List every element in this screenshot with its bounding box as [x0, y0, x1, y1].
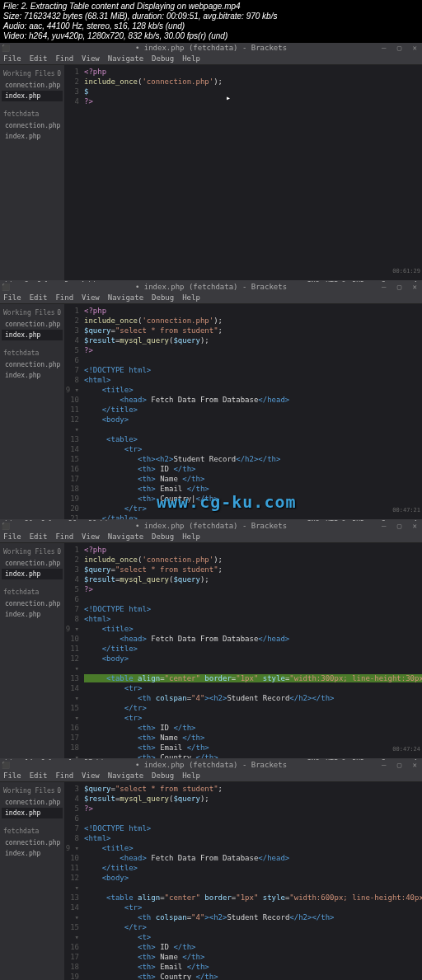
menu-find[interactable]: Find: [55, 293, 73, 302]
code-area[interactable]: <?php include_once('connection.php'); $q…: [84, 543, 422, 758]
code-editor[interactable]: 1234 <?php include_once('connection.php'…: [64, 65, 422, 280]
code-area[interactable]: $query="select * from student"; $result=…: [84, 782, 422, 980]
editor-pane-3: ⬛• index.php (fetchdata) - Brackets— ▢ ✕…: [0, 521, 422, 760]
menu-debug[interactable]: Debug: [152, 532, 174, 541]
menu-file[interactable]: File: [3, 532, 21, 541]
project-file-index[interactable]: index.php: [2, 370, 63, 381]
window-controls[interactable]: — ▢ ✕: [382, 522, 420, 530]
sidebar-file-index[interactable]: index.php: [2, 569, 63, 579]
project-file-connection[interactable]: connection.php: [2, 598, 63, 609]
window-titlebar: ⬛• index.php (fetchdata) - Brackets— ▢ ✕: [0, 521, 422, 531]
meta-line: Audio: aac, 44100 Hz, stereo, s16, 128 k…: [3, 21, 419, 31]
code-editor[interactable]: 3456789 ▾101112 ▾1314 ▾15 ▾1617181920212…: [64, 782, 422, 980]
menu-help[interactable]: Help: [182, 293, 200, 302]
working-files-heading[interactable]: Working Files0: [2, 785, 63, 797]
menu-navigate[interactable]: Navigate: [108, 771, 143, 780]
sidebar: Working Files0 connection.php index.php …: [0, 65, 64, 280]
app-logo-icon: ⬛: [2, 45, 10, 52]
mouse-cursor-icon: ▸: [226, 93, 231, 102]
sidebar: Working Files0 connection.php index.php …: [0, 782, 64, 980]
menu-help[interactable]: Help: [182, 54, 200, 63]
menu-navigate[interactable]: Navigate: [108, 532, 143, 541]
menu-file[interactable]: File: [3, 54, 21, 63]
menu-debug[interactable]: Debug: [152, 293, 174, 302]
app-logo-icon: ⬛: [2, 523, 10, 530]
working-files-heading[interactable]: Working Files0: [2, 546, 63, 558]
menu-edit[interactable]: Edit: [30, 771, 48, 780]
sidebar-file-connection[interactable]: connection.php: [2, 558, 63, 569]
sidebar-file-index[interactable]: index.php: [2, 91, 63, 101]
meta-line: File: 2. Extracting Table content and Di…: [3, 2, 419, 12]
window-controls[interactable]: — ▢ ✕: [382, 761, 420, 769]
working-files-heading[interactable]: Working Files0: [2, 307, 63, 319]
menu-file[interactable]: File: [3, 771, 21, 780]
sidebar-file-connection[interactable]: connection.php: [2, 797, 63, 808]
menu-view[interactable]: View: [82, 771, 100, 780]
menu-edit[interactable]: Edit: [30, 54, 48, 63]
meta-line: Size: 71623432 bytes (68.31 MiB), durati…: [3, 12, 419, 21]
sidebar-file-index[interactable]: index.php: [2, 808, 63, 818]
timestamp: 00:47:21: [392, 507, 420, 513]
project-file-index[interactable]: index.php: [2, 609, 63, 620]
sidebar-file-connection[interactable]: connection.php: [2, 319, 63, 330]
window-titlebar: ⬛• index.php (fetchdata) - Brackets— ▢ ✕: [0, 760, 422, 770]
project-file-connection[interactable]: connection.php: [2, 837, 63, 848]
window-titlebar: ⬛• index.php (fetchdata) - Brackets— ▢ ✕: [0, 282, 422, 292]
menu-view[interactable]: View: [82, 293, 100, 302]
code-area[interactable]: <?php include_once('connection.php'); $ …: [84, 65, 422, 108]
sidebar-file-connection[interactable]: connection.php: [2, 80, 63, 91]
menu-debug[interactable]: Debug: [152, 771, 174, 780]
menu-find[interactable]: Find: [55, 771, 73, 780]
menu-bar: File Edit Find View Navigate Debug Help: [0, 770, 422, 782]
menu-view[interactable]: View: [82, 54, 100, 63]
project-file-connection[interactable]: connection.php: [2, 120, 63, 131]
window-title: • index.php (fetchdata) - Brackets: [135, 283, 287, 291]
editor-pane-4: ⬛• index.php (fetchdata) - Brackets— ▢ ✕…: [0, 760, 422, 980]
file-metadata: File: 2. Extracting Table content and Di…: [0, 0, 422, 43]
sidebar-file-index[interactable]: index.php: [2, 330, 63, 340]
menu-find[interactable]: Find: [55, 54, 73, 63]
editor-pane-1: ⬛ • index.php (fetchdata) - Brackets — ▢…: [0, 43, 422, 282]
editor-pane-2: ⬛• index.php (fetchdata) - Brackets— ▢ ✕…: [0, 282, 422, 521]
project-heading[interactable]: fetchdata: [2, 108, 63, 120]
window-titlebar: ⬛ • index.php (fetchdata) - Brackets — ▢…: [0, 43, 422, 53]
menu-find[interactable]: Find: [55, 532, 73, 541]
sidebar: Working Files0 connection.php index.php …: [0, 543, 64, 758]
project-heading[interactable]: fetchdata: [2, 347, 63, 359]
window-title: • index.php (fetchdata) - Brackets: [135, 44, 287, 52]
menu-view[interactable]: View: [82, 532, 100, 541]
project-heading[interactable]: fetchdata: [2, 586, 63, 598]
project-heading[interactable]: fetchdata: [2, 825, 63, 837]
window-controls[interactable]: — ▢ ✕: [382, 283, 420, 291]
timestamp: 00:47:24: [392, 746, 420, 753]
window-title: • index.php (fetchdata) - Brackets: [135, 761, 287, 769]
menu-bar: File Edit Find View Navigate Debug Help: [0, 292, 422, 304]
project-file-index[interactable]: index.php: [2, 131, 63, 142]
timestamp: 00:61:29: [392, 268, 420, 274]
menu-help[interactable]: Help: [182, 532, 200, 541]
window-title: • index.php (fetchdata) - Brackets: [135, 522, 287, 530]
sidebar: Working Files0 connection.php index.php …: [0, 304, 64, 519]
menu-navigate[interactable]: Navigate: [108, 54, 143, 63]
code-editor[interactable]: 123456789 ▾101112 ▾131415161718192021222…: [64, 304, 422, 519]
menu-file[interactable]: File: [3, 293, 21, 302]
menu-bar: File Edit Find View Navigate Debug Help: [0, 53, 422, 65]
app-logo-icon: ⬛: [2, 284, 10, 291]
menu-help[interactable]: Help: [182, 771, 200, 780]
menu-edit[interactable]: Edit: [30, 532, 48, 541]
project-file-index[interactable]: index.php: [2, 848, 63, 859]
app-logo-icon: ⬛: [2, 762, 10, 769]
project-file-connection[interactable]: connection.php: [2, 359, 63, 370]
code-editor[interactable]: 123456789 ▾101112 ▾1314 ▾15 ▾161718 ▾192…: [64, 543, 422, 758]
menu-edit[interactable]: Edit: [30, 293, 48, 302]
window-controls[interactable]: — ▢ ✕: [382, 44, 420, 52]
meta-line: Video: h264, yuv420p, 1280x720, 832 kb/s…: [3, 31, 419, 41]
menu-debug[interactable]: Debug: [152, 54, 174, 63]
line-gutter: 123456789 ▾101112 ▾131415161718192021222…: [64, 304, 82, 519]
code-area[interactable]: <?php include_once('connection.php'); $q…: [84, 304, 422, 519]
line-gutter: 123456789 ▾101112 ▾1314 ▾15 ▾161718 ▾192…: [64, 543, 82, 758]
working-files-heading[interactable]: Working Files0: [2, 68, 63, 80]
menu-navigate[interactable]: Navigate: [108, 293, 143, 302]
menu-bar: File Edit Find View Navigate Debug Help: [0, 531, 422, 543]
watermark: www.cg-ku.com: [157, 492, 297, 512]
